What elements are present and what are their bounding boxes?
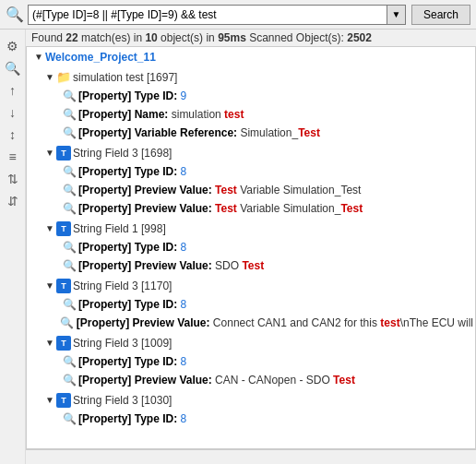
sf3-1698-prev2: [Property] Preview Value: Test Variable … <box>78 200 363 217</box>
sim-name-row[interactable]: 🔍 [Property] Name: simulation test <box>27 105 475 124</box>
settings-icon[interactable]: ⚙ <box>4 37 22 55</box>
strfield3-1030-node: ▼ T String Field 3 [1030] 🔍 [Property] T… <box>27 390 475 429</box>
object-icon-t4: T <box>56 336 71 351</box>
strfield1-998-node: ▼ T String Field 1 [998] 🔍 [Property] Ty… <box>27 219 475 276</box>
sf3-1030-typeid: [Property] Type ID: 8 <box>78 410 186 427</box>
strfield3-1170-label: String Field 3 [1170] <box>73 278 172 294</box>
search-icon-name: 🔍 <box>62 107 77 122</box>
object-icon-t: T <box>56 146 71 161</box>
strfield3-1009-label: String Field 3 [1009] <box>73 335 172 351</box>
tree-container[interactable]: ▼ Welcome_Project_11 ▼ 📁 simulation test… <box>26 46 476 449</box>
strfield3-1698-row[interactable]: ▼ T String Field 3 [1698] <box>27 144 475 162</box>
search-icon-varref: 🔍 <box>62 125 77 140</box>
sim-typeid-row[interactable]: 🔍 [Property] Type ID: 9 <box>27 87 475 105</box>
project-root: ▼ Welcome_Project_11 <box>27 47 475 67</box>
sort2-icon[interactable]: ⇵ <box>4 192 22 210</box>
strfield1-998-label: String Field 1 [998] <box>73 220 166 237</box>
sim-test-row[interactable]: ▼ 📁 simulation test [1697] <box>27 68 475 87</box>
time-label: Scanned Object(s): <box>246 31 347 44</box>
main-content: Found 22 match(es) in 10 object(s) in 95… <box>26 30 476 449</box>
strfield3-1009-node: ▼ T String Field 3 [1009] 🔍 [Property] T… <box>27 333 475 390</box>
strfield1-998-row[interactable]: ▼ T String Field 1 [998] <box>27 220 475 238</box>
project-expand-icon[interactable]: ▼ <box>32 51 45 64</box>
strfield3-1030-expand[interactable]: ▼ <box>43 394 56 407</box>
sim-test-expand[interactable]: ▼ <box>43 71 56 84</box>
sf3-1030-typeid-row[interactable]: 🔍 [Property] Type ID: 8 <box>27 410 475 428</box>
object-label: object(s) in <box>158 31 218 44</box>
search-icon-sf1t: 🔍 <box>62 240 77 255</box>
sf3-1698-prev2-row[interactable]: 🔍 [Property] Preview Value: Test Variabl… <box>27 199 475 218</box>
search-button[interactable]: Search <box>411 5 470 25</box>
scanned-count: 2502 <box>347 31 372 44</box>
search-main-icon: 🔍 <box>6 6 24 23</box>
horizontal-scrollbar[interactable] <box>26 449 476 464</box>
sim-varref-label: [Property] Variable Reference: Simulatio… <box>78 125 320 141</box>
strfield3-1698-node: ▼ T String Field 3 [1698] 🔍 [Property] T… <box>27 143 475 219</box>
sim-test-label: simulation test [1697] <box>73 69 177 86</box>
sf3-1170-typeid: [Property] Type ID: 8 <box>78 296 186 313</box>
search-icon-sf32p: 🔍 <box>62 373 77 387</box>
sf3-1009-prev-row[interactable]: 🔍 [Property] Preview Value: CAN - CANope… <box>27 371 475 389</box>
sf1-998-prev-row[interactable]: 🔍 [Property] Preview Value: SDO Test <box>27 256 475 275</box>
object-count: 10 <box>145 31 157 44</box>
sf3-1698-prev1-row[interactable]: 🔍 [Property] Preview Value: Test Variabl… <box>27 181 475 199</box>
strfield3-1170-expand[interactable]: ▼ <box>43 280 56 292</box>
sf3-1009-typeid-row[interactable]: 🔍 [Property] Type ID: 8 <box>27 352 475 371</box>
strfield3-1030-row[interactable]: ▼ T String Field 3 [1030] <box>27 391 475 410</box>
sf3-1698-prev1: [Property] Preview Value: Test Variable … <box>78 182 361 198</box>
sf3-1170-prev: [Property] Preview Value: Connect CAN1 a… <box>77 315 473 331</box>
search-icon-sf32t: 🔍 <box>62 354 77 369</box>
strfield3-1009-row[interactable]: ▼ T String Field 3 [1009] <box>27 334 475 352</box>
strfield3-1698-expand[interactable]: ▼ <box>43 147 56 160</box>
sf3-1009-typeid: [Property] Type ID: 8 <box>78 353 186 370</box>
search-icon-sf31t: 🔍 <box>62 297 77 312</box>
search-icon-sf31p: 🔍 <box>60 315 75 330</box>
match-count: 22 <box>65 31 77 44</box>
sim-test-node: ▼ 📁 simulation test [1697] 🔍 [Property] … <box>27 67 475 143</box>
status-text: Found <box>31 31 65 44</box>
object-icon-t2: T <box>56 221 71 236</box>
project-row[interactable]: ▼ Welcome_Project_11 <box>27 48 475 66</box>
sf1-998-typeid-row[interactable]: 🔍 [Property] Type ID: 8 <box>27 238 475 256</box>
left-toolbar: ⚙ 🔍 ↑ ↓ ↕ ≡ ⇅ ⇵ <box>0 30 26 464</box>
sf1-998-typeid: [Property] Type ID: 8 <box>78 239 186 256</box>
object-icon-t3: T <box>56 279 71 293</box>
sf3-1698-typeid: [Property] Type ID: 8 <box>78 163 186 180</box>
expand-collapse-icon[interactable]: ↕ <box>4 125 22 144</box>
folder-icon: 📁 <box>56 70 71 85</box>
time-value: 95ms <box>218 31 246 44</box>
search-icon-prop: 🔍 <box>62 89 77 103</box>
search-bar: 🔍 ▼ Search <box>0 0 476 30</box>
search-icon-sf1p: 🔍 <box>62 258 77 273</box>
sf3-1009-prev: [Property] Preview Value: CAN - CANopen … <box>78 372 355 388</box>
strfield3-1030-label: String Field 3 [1030] <box>73 392 172 409</box>
sf3-1698-typeid-row[interactable]: 🔍 [Property] Type ID: 8 <box>27 162 475 181</box>
sort-icon[interactable]: ⇅ <box>4 170 22 188</box>
search-icon-sf3p1: 🔍 <box>62 183 77 197</box>
search-icon-sf3t: 🔍 <box>62 164 77 179</box>
find-icon[interactable]: 🔍 <box>4 59 22 77</box>
project-name: Welcome_Project_11 <box>45 49 156 65</box>
strfield3-1170-row[interactable]: ▼ T String Field 3 [1170] <box>27 277 475 295</box>
search-input[interactable] <box>28 5 387 25</box>
sf1-998-prev: [Property] Preview Value: SDO Test <box>78 257 264 274</box>
strfield1-998-expand[interactable]: ▼ <box>43 222 56 235</box>
strfield3-1170-node: ▼ T String Field 3 [1170] 🔍 [Property] T… <box>27 276 475 333</box>
match-label: match(es) in <box>78 31 146 44</box>
sim-typeid-label: [Property] Type ID: 9 <box>78 88 186 104</box>
down-icon[interactable]: ↓ <box>4 103 22 122</box>
status-bar: Found 22 match(es) in 10 object(s) in 95… <box>26 30 476 46</box>
search-icon-sf33t: 🔍 <box>62 411 77 426</box>
sim-varref-row[interactable]: 🔍 [Property] Variable Reference: Simulat… <box>27 124 475 142</box>
strfield3-1009-expand[interactable]: ▼ <box>43 337 56 350</box>
list-icon[interactable]: ≡ <box>4 148 22 166</box>
up-icon[interactable]: ↑ <box>4 81 22 100</box>
sim-name-label: [Property] Name: simulation test <box>78 106 244 123</box>
sf3-1170-prev-row[interactable]: 🔍 [Property] Preview Value: Connect CAN1… <box>27 314 475 332</box>
sf3-1170-typeid-row[interactable]: 🔍 [Property] Type ID: 8 <box>27 295 475 314</box>
search-icon-sf3p2: 🔍 <box>62 201 77 216</box>
strfield3-1698-label: String Field 3 [1698] <box>73 145 172 161</box>
object-icon-t5: T <box>56 393 71 408</box>
dropdown-arrow[interactable]: ▼ <box>387 5 406 25</box>
